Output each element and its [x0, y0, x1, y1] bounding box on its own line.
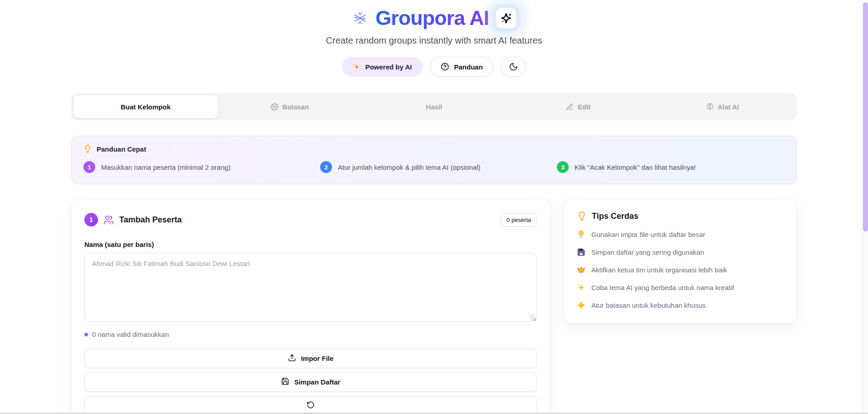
lightbulb-icon — [577, 230, 585, 239]
moon-icon — [509, 62, 518, 71]
step-2-text: Atur jumlah kelompok & pilih tema AI (op… — [338, 163, 480, 171]
vertical-scrollbar[interactable] — [862, 0, 868, 414]
participant-count-badge: 0 peserta — [501, 213, 537, 227]
upload-icon — [288, 354, 296, 363]
status-dot — [84, 333, 88, 336]
valid-names-text: 0 nama valid dimasukkan — [92, 330, 169, 338]
step-3-number: 3 — [557, 161, 569, 173]
tips-card-header: Tips Cerdas — [577, 211, 784, 221]
quick-guide-header: Panduan Cepat — [83, 145, 785, 153]
pencil-icon — [566, 103, 574, 111]
smart-tips-card: Tips Cerdas Gunakan impor file untuk daf… — [564, 199, 797, 324]
tip-item: Simpan daftar yang sering digunakan — [577, 248, 784, 256]
brain-icon — [706, 103, 714, 111]
page-subtitle: Create random groups instantly with smar… — [71, 35, 797, 46]
step-1-text: Masukkan nama peserta (minimal 2 orang) — [101, 163, 230, 171]
import-file-button[interactable]: Impor File — [84, 349, 537, 368]
tip-text: Gunakan impor file untuk daftar besar — [591, 231, 705, 238]
tab-batasan-label: Batasan — [283, 103, 309, 111]
step-1-number: 1 — [83, 161, 95, 173]
powered-by-ai-label: Powered by AI — [365, 63, 412, 71]
step-2-number: 2 — [320, 161, 332, 173]
sparkles-badge-icon — [496, 8, 516, 28]
tab-hasil[interactable]: Hasil — [362, 95, 506, 118]
main-tabbar: Buat Kelompok Batasan Hasil Edit — [71, 93, 797, 120]
tip-item: Gunakan impor file untuk daftar besar — [577, 230, 784, 239]
header-actions: Powered by AI Panduan — [71, 57, 797, 77]
tips-card-title: Tips Cerdas — [592, 212, 639, 221]
participants-card-header: 1 Tambah Peserta 0 peserta — [84, 213, 537, 227]
third-action-button-partial[interactable] — [84, 396, 537, 414]
tip-text: Coba tema AI yang berbeda untuk nama kre… — [591, 284, 734, 291]
tab-hasil-label: Hasil — [426, 103, 442, 111]
rotate-ccw-icon — [307, 401, 315, 410]
tip-item: Coba tema AI yang berbeda untuk nama kre… — [577, 283, 784, 292]
powered-by-ai-badge: Powered by AI — [342, 57, 423, 77]
crown-icon — [577, 266, 585, 274]
step-1-badge: 1 — [84, 213, 98, 227]
save-list-button[interactable]: Simpan Daftar — [84, 372, 537, 392]
guide-button[interactable]: Panduan — [430, 57, 493, 77]
tip-text: Aktifkan ketua tim untuk organisasi lebi… — [591, 266, 727, 274]
tab-edit-label: Edit — [578, 103, 590, 111]
guide-button-label: Panduan — [454, 63, 483, 71]
snowflake-logo-icon — [352, 10, 368, 26]
names-field-label: Nama (satu per baris) — [84, 241, 537, 248]
sparkles-icon — [577, 283, 585, 292]
tip-text: Atur batasan untuk kebutuhan khusus — [591, 301, 706, 309]
step-3-text: Klik "Acak Kelompok" dan lihat hasilnya! — [575, 163, 696, 171]
import-file-label: Impor File — [301, 355, 334, 362]
lightbulb-icon — [577, 211, 587, 221]
save-list-label: Simpan Daftar — [294, 378, 341, 386]
tip-text: Simpan daftar yang sering digunakan — [591, 248, 704, 256]
vertical-scrollbar-thumb[interactable] — [863, 2, 868, 232]
tab-edit[interactable]: Edit — [506, 95, 650, 118]
lightbulb-icon — [83, 145, 92, 153]
names-textarea[interactable] — [84, 253, 537, 322]
tab-buat-kelompok-label: Buat Kelompok — [121, 103, 171, 111]
page-title: Groupora AI — [375, 6, 489, 30]
users-icon — [103, 215, 114, 225]
sparkles-icon — [353, 63, 361, 71]
tip-item: Atur batasan untuk kebutuhan khusus — [577, 301, 784, 310]
guide-step-3: 3 Klik "Acak Kelompok" dan lihat hasilny… — [557, 161, 785, 173]
tab-alat-ai-label: Alat AI — [718, 103, 739, 111]
participants-card-title: Tambah Peserta — [119, 215, 182, 225]
floppy-icon — [577, 248, 585, 256]
valid-names-status: 0 nama valid dimasukkan — [84, 330, 537, 338]
floppy-icon — [281, 377, 289, 387]
guide-step-1: 1 Masukkan nama peserta (minimal 2 orang… — [83, 161, 320, 173]
tab-batasan[interactable]: Batasan — [218, 95, 362, 118]
dark-mode-toggle[interactable] — [501, 57, 526, 77]
help-circle-icon — [440, 62, 449, 71]
content-grid: 1 Tambah Peserta 0 peserta Nama (satu pe… — [71, 199, 797, 414]
page-container: Groupora AI Create random groups instant… — [71, 0, 797, 414]
lightning-icon — [577, 301, 585, 310]
guide-step-2: 2 Atur jumlah kelompok & pilih tema AI (… — [320, 161, 557, 173]
quick-guide-steps: 1 Masukkan nama peserta (minimal 2 orang… — [83, 161, 785, 173]
app-header: Groupora AI — [71, 0, 797, 30]
tab-alat-ai[interactable]: Alat AI — [650, 95, 795, 118]
gear-icon — [271, 103, 278, 111]
quick-guide-title: Panduan Cepat — [97, 145, 146, 153]
tab-buat-kelompok[interactable]: Buat Kelompok — [73, 95, 218, 118]
quick-guide-banner: Panduan Cepat 1 Masukkan nama peserta (m… — [71, 136, 797, 184]
tip-item: Aktifkan ketua tim untuk organisasi lebi… — [577, 266, 784, 274]
add-participants-card: 1 Tambah Peserta 0 peserta Nama (satu pe… — [71, 199, 550, 414]
